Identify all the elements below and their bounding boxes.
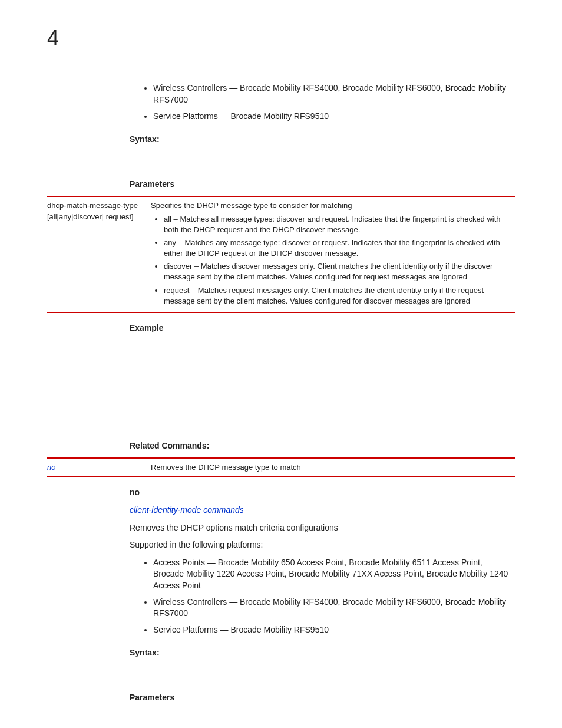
page-number: 4 — [47, 24, 515, 53]
param-options-list: all – Matches all message types: discove… — [151, 214, 511, 307]
parameters-table: dhcp-match-message-type [all|any|discove… — [47, 197, 515, 312]
list-item: request – Matches request messages only.… — [164, 285, 511, 307]
list-item: Service Platforms — Brocade Mobility RFS… — [153, 624, 515, 636]
parameters-heading: Parameters — [130, 179, 515, 190]
list-item: Wireless Controllers — Brocade Mobility … — [153, 83, 515, 106]
syntax-heading-2: Syntax: — [130, 647, 515, 659]
param-name-cell: dhcp-match-message-type [all|any|discove… — [47, 197, 151, 312]
supported-text: Supported in the following platforms: — [130, 539, 515, 551]
related-cmd-cell: no — [47, 459, 151, 476]
command-link[interactable]: no — [47, 463, 55, 472]
example-block: Example Related Commands: — [130, 322, 515, 452]
table-row: no Removes the DHCP message type to matc… — [47, 459, 515, 476]
param-desc-text: Specifies the DHCP message type to consi… — [151, 201, 352, 210]
related-commands-heading: Related Commands: — [130, 440, 515, 452]
syntax-heading: Syntax: — [130, 134, 515, 146]
content-block-top: Wireless Controllers — Brocade Mobility … — [130, 83, 515, 190]
related-table-wrap: no Removes the DHCP message type to matc… — [47, 457, 515, 477]
table-rule-bottom — [47, 312, 515, 313]
client-identity-link[interactable]: client-identity-mode commands — [130, 505, 515, 516]
related-commands-table: no Removes the DHCP message type to matc… — [47, 459, 515, 476]
related-desc-cell: Removes the DHCP message type to match — [151, 459, 515, 476]
top-bullet-list: Wireless Controllers — Brocade Mobility … — [130, 83, 515, 122]
list-item: Access Points — Brocade Mobility 650 Acc… — [153, 557, 515, 592]
no-heading: no — [130, 487, 515, 499]
no-desc-text: Removes the DHCP options match criteria … — [130, 522, 515, 534]
param-desc-cell: Specifies the DHCP message type to consi… — [151, 197, 515, 312]
list-item: discover – Matches discover messages onl… — [164, 261, 511, 282]
table-rule-bottom — [47, 476, 515, 477]
list-item: Wireless Controllers — Brocade Mobility … — [153, 597, 515, 620]
list-item: any – Matches any message type: discover… — [164, 238, 511, 259]
no-section: no client-identity-mode commands Removes… — [130, 487, 515, 703]
table-row: dhcp-match-message-type [all|any|discove… — [47, 197, 515, 312]
example-heading: Example — [130, 322, 515, 334]
parameters-table-wrap: dhcp-match-message-type [all|any|discove… — [47, 196, 515, 313]
list-item: Service Platforms — Brocade Mobility RFS… — [153, 111, 515, 123]
no-bullet-list: Access Points — Brocade Mobility 650 Acc… — [130, 557, 515, 636]
list-item: all – Matches all message types: discove… — [164, 214, 511, 235]
parameters-heading-2: Parameters — [130, 692, 515, 704]
